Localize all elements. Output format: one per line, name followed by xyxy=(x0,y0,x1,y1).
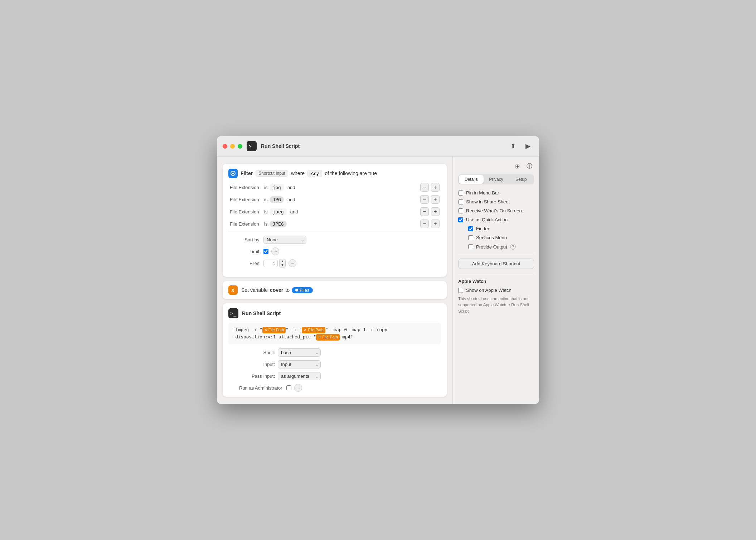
filter-value-3: JPEG xyxy=(270,221,286,227)
receive-on-screen-checkbox[interactable] xyxy=(458,208,463,213)
show-apple-watch-checkbox[interactable] xyxy=(458,288,463,293)
show-apple-watch-label: Show on Apple Watch xyxy=(466,288,512,293)
shell-select[interactable]: bash xyxy=(278,348,321,357)
filter-any-button[interactable]: Any xyxy=(307,170,322,177)
passinput-select[interactable]: as arguments xyxy=(278,372,321,380)
filter-divider xyxy=(228,232,441,232)
admin-checkbox[interactable] xyxy=(286,385,291,390)
filter-remove-0[interactable]: − xyxy=(420,183,429,192)
pin-menu-bar-row: Pin in Menu Bar xyxy=(458,190,534,196)
variable-name: cover xyxy=(270,287,283,293)
finder-checkbox[interactable] xyxy=(468,226,473,231)
passinput-select-wrapper: as arguments xyxy=(278,372,321,380)
filter-row-1: File Extension is JPG and − + xyxy=(228,195,441,204)
filter-op-0: is xyxy=(264,185,267,190)
apple-watch-note: This shortcut uses an action that is not… xyxy=(458,296,534,314)
shell-shell-label: Shell: xyxy=(239,350,275,355)
tab-setup[interactable]: Setup xyxy=(509,175,533,184)
limit-checkbox[interactable] xyxy=(263,249,268,254)
setvariable-icon: x xyxy=(228,285,238,295)
add-shortcut-icon-button[interactable]: ⊞ xyxy=(513,161,522,171)
input-select[interactable]: Input xyxy=(278,360,321,368)
shortcut-input-badge[interactable]: Shortcut Input xyxy=(256,170,288,177)
files-info-button[interactable]: ··· xyxy=(289,259,296,267)
share-button[interactable]: ⬆ xyxy=(508,141,518,151)
filter-field-3: File Extension xyxy=(230,221,262,227)
tab-privacy[interactable]: Privacy xyxy=(484,175,509,184)
app-window: >_ Run Shell Script ⬆ ▶ Filter Shortcut … xyxy=(217,136,539,404)
files-row: Files: ▲ ▼ ··· xyxy=(228,259,441,267)
filter-and-1: and xyxy=(287,197,295,202)
services-menu-label: Services Menu xyxy=(476,235,507,240)
files-input[interactable] xyxy=(263,260,278,267)
use-quick-action-checkbox[interactable] xyxy=(458,217,463,222)
code-end: .mp4" xyxy=(340,334,353,339)
tab-details[interactable]: Details xyxy=(459,175,484,184)
filter-op-3: is xyxy=(264,221,267,227)
tabs-row: Details Privacy Setup xyxy=(458,174,534,184)
filter-add-0[interactable]: + xyxy=(431,183,440,192)
code-badge-2: ✕ File Path xyxy=(302,327,325,333)
filter-remove-1[interactable]: − xyxy=(420,195,429,204)
minimize-button[interactable] xyxy=(230,144,235,149)
stepper-up[interactable]: ▲ xyxy=(280,259,285,263)
setvariable-card: x Set variable cover to Files xyxy=(223,281,447,299)
filter-remove-3[interactable]: − xyxy=(420,220,429,228)
show-apple-watch-row: Show on Apple Watch xyxy=(458,288,534,293)
add-keyboard-shortcut-button[interactable]: Add Keyboard Shortcut xyxy=(458,259,534,269)
shell-code[interactable]: ffmpeg -i "✕ File Path" -i "✕ File Path"… xyxy=(228,323,441,344)
filter-value-2: jpeg xyxy=(270,208,286,215)
provide-output-help[interactable]: ? xyxy=(510,244,516,250)
sort-label: Sort by: xyxy=(243,237,261,242)
filter-add-3[interactable]: + xyxy=(431,220,440,228)
details-separator xyxy=(458,254,534,254)
setvariable-text: Set variable cover to Files xyxy=(241,287,313,293)
shell-shell-row: Shell: bash xyxy=(228,348,441,357)
code-badge-1: ✕ File Path xyxy=(262,327,286,333)
code-badge-3: ✕ File Path xyxy=(316,334,339,341)
filter-label: Filter xyxy=(241,170,253,176)
show-share-sheet-checkbox[interactable] xyxy=(458,199,463,204)
filter-and-0: and xyxy=(287,185,295,190)
right-panel: ⊞ ⓘ Details Privacy Setup Pin in Menu Ba… xyxy=(453,156,539,404)
limit-info-button[interactable]: ··· xyxy=(271,247,279,255)
receive-on-screen-row: Receive What's On Screen xyxy=(458,208,534,213)
files-badge-dot xyxy=(295,289,298,291)
filter-and-2: and xyxy=(290,209,298,214)
admin-info-button[interactable]: ··· xyxy=(294,384,302,392)
shell-card: >_ Run Shell Script ffmpeg -i "✕ File Pa… xyxy=(223,303,447,397)
sort-select[interactable]: None xyxy=(263,236,306,244)
setvariable-to: to xyxy=(285,287,290,293)
provide-output-label: Provide Output xyxy=(476,244,507,250)
stepper-down[interactable]: ▼ xyxy=(280,263,285,267)
filter-add-1[interactable]: + xyxy=(431,195,440,204)
left-panel: Filter Shortcut Input where Any of the f… xyxy=(217,156,453,404)
filter-remove-2[interactable]: − xyxy=(420,207,429,216)
pin-menu-bar-checkbox[interactable] xyxy=(458,191,463,196)
filter-where: where xyxy=(291,170,305,176)
close-button[interactable] xyxy=(223,144,227,149)
provide-output-row: Provide Output ? xyxy=(458,244,534,250)
shell-title: Run Shell Script xyxy=(242,310,281,316)
setvariable-keyword: Set variable xyxy=(241,287,268,293)
services-menu-checkbox[interactable] xyxy=(468,235,473,240)
info-icon-button[interactable]: ⓘ xyxy=(525,161,534,171)
pin-menu-bar-label: Pin in Menu Bar xyxy=(466,190,499,196)
stepper-arrows: ▲ ▼ xyxy=(279,259,286,267)
show-share-sheet-label: Show in Share Sheet xyxy=(466,199,510,204)
titlebar-actions: ⬆ ▶ xyxy=(508,141,533,151)
filter-add-2[interactable]: + xyxy=(431,207,440,216)
shell-admin-row: Run as Administrator: ··· xyxy=(228,384,441,392)
filter-row-2: File Extension is jpeg and − + xyxy=(228,207,441,216)
finder-row: Finder xyxy=(458,226,534,231)
play-button[interactable]: ▶ xyxy=(523,141,533,151)
files-stepper: ▲ ▼ xyxy=(263,259,286,267)
shell-passinput-row: Pass Input: as arguments xyxy=(228,372,441,380)
filter-icon xyxy=(228,169,238,178)
main-container: Filter Shortcut Input where Any of the f… xyxy=(217,156,539,404)
provide-output-checkbox[interactable] xyxy=(468,244,473,249)
input-select-wrapper: Input xyxy=(278,360,321,368)
files-label: Files: xyxy=(243,261,261,266)
maximize-button[interactable] xyxy=(238,144,242,149)
filter-value-1: JPG xyxy=(270,196,284,203)
